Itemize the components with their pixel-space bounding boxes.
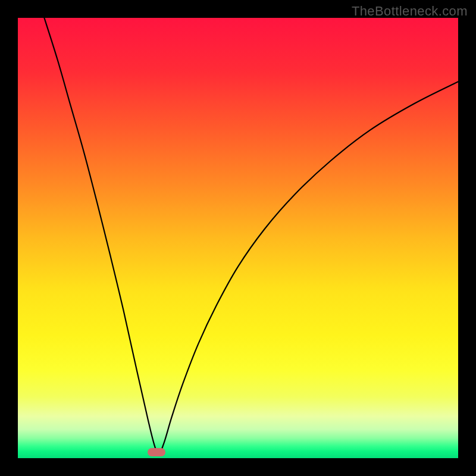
watermark-text: TheBottleneck.com [352, 4, 468, 19]
optimal-point-marker [148, 448, 165, 456]
plot-frame [18, 18, 458, 458]
bottleneck-curve [18, 18, 458, 458]
